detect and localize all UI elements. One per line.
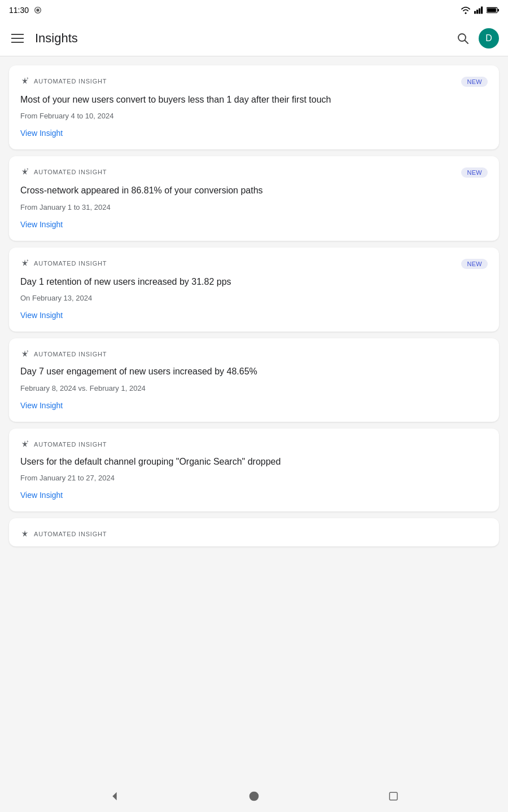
sparkle-icon bbox=[20, 167, 29, 176]
svg-line-10 bbox=[465, 40, 468, 43]
automated-label: AUTOMATED INSIGHT bbox=[34, 260, 107, 267]
new-badge: NEW bbox=[461, 77, 488, 87]
svg-point-12 bbox=[249, 792, 259, 801]
svg-rect-2 bbox=[474, 11, 476, 14]
insight-date: From January 1 to 31, 2024 bbox=[20, 203, 488, 211]
card-header: AUTOMATED INSIGHT NEW bbox=[20, 77, 488, 87]
insight-date: From February 4 to 10, 2024 bbox=[20, 112, 488, 120]
header-right: D bbox=[456, 28, 499, 48]
insight-date: February 8, 2024 vs. February 1, 2024 bbox=[20, 384, 488, 392]
card-header: AUTOMATED INSIGHT bbox=[20, 350, 488, 359]
sparkle-icon bbox=[20, 259, 29, 268]
automated-label: AUTOMATED INSIGHT bbox=[34, 78, 107, 85]
card-label: AUTOMATED INSIGHT bbox=[20, 259, 107, 268]
record-icon bbox=[33, 6, 42, 15]
recent-apps-icon bbox=[388, 791, 398, 801]
sparkle-icon bbox=[20, 350, 29, 359]
insight-title: Cross-network appeared in 86.81% of your… bbox=[20, 184, 488, 197]
user-avatar[interactable]: D bbox=[479, 28, 499, 48]
view-insight-link[interactable]: View Insight bbox=[20, 311, 63, 320]
recent-apps-button[interactable] bbox=[384, 787, 402, 805]
status-bar-left: 11:30 bbox=[9, 6, 42, 15]
automated-label-partial: AUTOMATED INSIGHT bbox=[34, 531, 107, 537]
view-insight-link[interactable]: View Insight bbox=[20, 129, 63, 138]
insight-date: On February 13, 2024 bbox=[20, 294, 488, 302]
svg-rect-8 bbox=[498, 9, 499, 12]
home-button[interactable] bbox=[245, 787, 263, 805]
header-left: Insights bbox=[9, 31, 78, 46]
status-bar: 11:30 bbox=[0, 0, 508, 20]
view-insight-link[interactable]: View Insight bbox=[20, 491, 63, 500]
view-insight-link[interactable]: View Insight bbox=[20, 401, 63, 410]
automated-label: AUTOMATED INSIGHT bbox=[34, 169, 107, 175]
home-icon bbox=[248, 791, 260, 802]
card-label: AUTOMATED INSIGHT bbox=[20, 77, 107, 86]
sparkle-icon-partial bbox=[20, 529, 29, 539]
back-icon bbox=[108, 790, 121, 802]
insight-title: Day 7 user engagement of new users incre… bbox=[20, 365, 488, 378]
sparkle-icon bbox=[20, 440, 29, 449]
card-header: AUTOMATED INSIGHT NEW bbox=[20, 167, 488, 178]
svg-rect-4 bbox=[479, 8, 480, 14]
card-label: AUTOMATED INSIGHT bbox=[20, 440, 107, 449]
card-label-partial: AUTOMATED INSIGHT bbox=[20, 529, 107, 539]
automated-label: AUTOMATED INSIGHT bbox=[34, 441, 107, 448]
battery-icon bbox=[487, 7, 499, 14]
insight-card: AUTOMATED INSIGHT Users for the default … bbox=[9, 429, 499, 511]
card-label: AUTOMATED INSIGHT bbox=[20, 167, 107, 176]
new-badge: NEW bbox=[461, 167, 488, 178]
insight-card: AUTOMATED INSIGHT Day 7 user engagement … bbox=[9, 338, 499, 421]
time-display: 11:30 bbox=[9, 6, 29, 15]
svg-rect-13 bbox=[389, 792, 397, 800]
insight-card: AUTOMATED INSIGHT NEW Cross-network appe… bbox=[9, 156, 499, 240]
insight-title: Most of your new users convert to buyers… bbox=[20, 94, 488, 106]
insights-list: AUTOMATED INSIGHT NEW Most of your new u… bbox=[0, 56, 508, 555]
card-label: AUTOMATED INSIGHT bbox=[20, 350, 107, 359]
svg-rect-3 bbox=[476, 10, 478, 14]
card-header: AUTOMATED INSIGHT bbox=[20, 440, 488, 449]
view-insight-link[interactable]: View Insight bbox=[20, 220, 63, 229]
status-bar-right bbox=[461, 6, 499, 14]
insight-date: From January 21 to 27, 2024 bbox=[20, 474, 488, 482]
page-title: Insights bbox=[35, 31, 78, 46]
automated-label: AUTOMATED INSIGHT bbox=[34, 351, 107, 358]
insight-card: AUTOMATED INSIGHT NEW Most of your new u… bbox=[9, 65, 499, 149]
svg-rect-7 bbox=[487, 8, 496, 12]
header: Insights D bbox=[0, 20, 508, 56]
partial-insight-card: AUTOMATED INSIGHT bbox=[9, 518, 499, 546]
card-header-partial: AUTOMATED INSIGHT bbox=[20, 529, 488, 539]
wifi-icon bbox=[461, 6, 471, 14]
insight-title: Users for the default channel grouping "… bbox=[20, 456, 488, 468]
svg-rect-5 bbox=[481, 7, 483, 14]
card-header: AUTOMATED INSIGHT NEW bbox=[20, 259, 488, 269]
insight-card: AUTOMATED INSIGHT NEW Day 1 retention of… bbox=[9, 248, 499, 332]
search-icon bbox=[456, 32, 470, 45]
svg-point-1 bbox=[36, 8, 39, 11]
menu-button[interactable] bbox=[9, 32, 26, 45]
insight-title: Day 1 retention of new users increased b… bbox=[20, 276, 488, 288]
sparkle-icon bbox=[20, 77, 29, 86]
bottom-navigation bbox=[0, 780, 508, 812]
svg-marker-11 bbox=[113, 792, 117, 801]
search-button[interactable] bbox=[456, 32, 470, 45]
new-badge: NEW bbox=[461, 259, 488, 269]
signal-icon bbox=[474, 6, 483, 14]
back-button[interactable] bbox=[106, 787, 124, 805]
